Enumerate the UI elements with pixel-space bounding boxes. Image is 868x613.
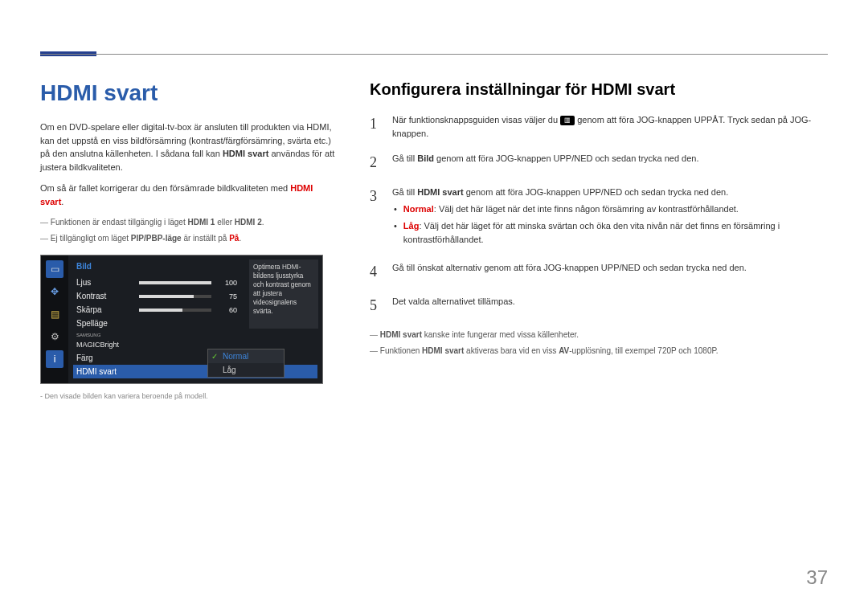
header-divider bbox=[40, 54, 828, 55]
osd-main-panel: Bild Ljus 100 Kontrast 75 Skärpa bbox=[68, 255, 322, 383]
osd-screenshot: ▭ ✥ ▤ ⚙ i Bild Ljus 100 Kontrast bbox=[40, 255, 323, 384]
step-number: 4 bbox=[370, 261, 381, 284]
step-number: 5 bbox=[370, 295, 381, 317]
step-number: 2 bbox=[370, 152, 381, 174]
page-number: 37 bbox=[806, 566, 828, 589]
osd-submenu: Normal Låg bbox=[207, 349, 285, 378]
osd-icon-picture: ▭ bbox=[46, 260, 63, 278]
intro-paragraph-1: Om en DVD-spelare eller digital-tv-box ä… bbox=[40, 121, 338, 174]
osd-sidebar: ▭ ✥ ▤ ⚙ i bbox=[41, 255, 68, 383]
option-normal: Normal: Välj det här läget när det inte … bbox=[394, 202, 828, 216]
step-number: 3 bbox=[370, 186, 381, 250]
footnote-pip-pbp: Ej tillgängligt om läget PIP/PBP-läge är… bbox=[40, 232, 338, 245]
footnote-limitation-1: HDMI svart kanske inte fungerar med viss… bbox=[370, 329, 828, 341]
step-1: 1 När funktionsknappsguiden visas väljer… bbox=[370, 113, 828, 141]
osd-caption: Den visade bilden kan variera beroende p… bbox=[40, 392, 338, 400]
intro-paragraph-2: Om så är fallet korrigerar du den försäm… bbox=[40, 182, 338, 208]
osd-icon-pip: ▤ bbox=[46, 305, 63, 323]
right-column: Konfigurera inställningar för HDMI svart… bbox=[370, 80, 828, 400]
step-3: 3 Gå till HDMI svart genom att föra JOG-… bbox=[370, 186, 828, 250]
step-number: 1 bbox=[370, 113, 381, 141]
osd-icon-settings: ⚙ bbox=[46, 328, 63, 345]
subsection-title: Konfigurera inställningar för HDMI svart bbox=[370, 80, 828, 99]
footnote-limitation-2: Funktionen HDMI svart aktiveras bara vid… bbox=[370, 345, 828, 358]
option-list: Normal: Välj det här läget när det inte … bbox=[394, 202, 828, 247]
step-5: 5 Det valda alternativet tillämpas. bbox=[370, 295, 828, 317]
osd-submenu-low: Låg bbox=[208, 363, 284, 377]
step-4: 4 Gå till önskat alternativ genom att fö… bbox=[370, 261, 828, 284]
footnote-hdmi-modes: Funktionen är endast tillgänglig i läget… bbox=[40, 216, 338, 229]
osd-submenu-normal: Normal bbox=[208, 349, 284, 363]
menu-icon: ▥ bbox=[560, 116, 575, 125]
option-low: Låg: Välj det här läget för att minska s… bbox=[394, 219, 828, 247]
section-title: HDMI svart bbox=[40, 80, 338, 106]
left-column: HDMI svart Om en DVD-spelare eller digit… bbox=[40, 80, 338, 400]
osd-icon-info: i bbox=[46, 350, 63, 368]
step-2: 2 Gå till Bild genom att föra JOG-knappe… bbox=[370, 152, 828, 174]
osd-icon-screen: ✥ bbox=[46, 283, 63, 300]
osd-description-panel: Optimera HDMI-bildens ljusstyrka och kon… bbox=[249, 260, 318, 329]
